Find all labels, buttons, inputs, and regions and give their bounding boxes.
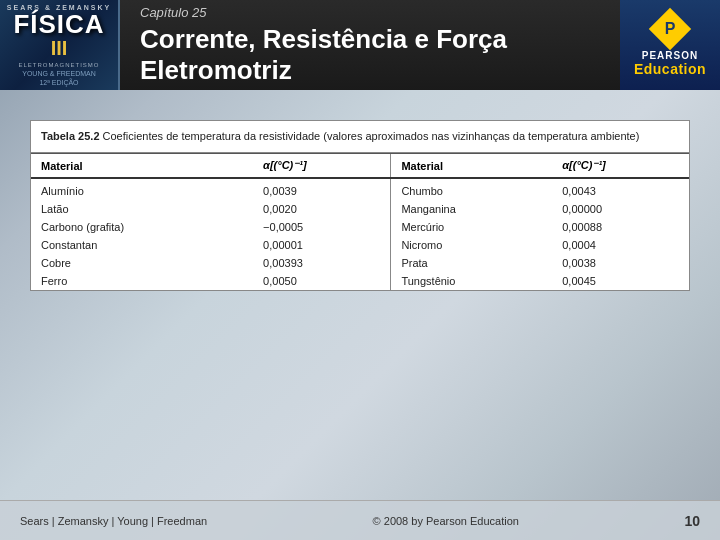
alpha-left: −0,0005 bbox=[253, 218, 391, 236]
alpha-left: 0,0039 bbox=[253, 178, 391, 200]
material-right: Prata bbox=[391, 254, 552, 272]
table-id: Tabela 25.2 bbox=[41, 130, 100, 142]
table-row: Carbono (grafita) −0,0005 Mercúrio 0,000… bbox=[31, 218, 689, 236]
table-row: Constantan 0,00001 Nicromo 0,0004 bbox=[31, 236, 689, 254]
pearson-name: PEARSON bbox=[642, 50, 698, 61]
chapter-label: Capítulo 25 bbox=[140, 5, 610, 20]
logo-authors: YOUNG & FREEDMAN bbox=[22, 70, 96, 77]
alpha-right: 0,0043 bbox=[552, 178, 689, 200]
table-row: Alumínio 0,0039 Chumbo 0,0043 bbox=[31, 178, 689, 200]
footer-copyright: © 2008 by Pearson Education bbox=[373, 515, 519, 527]
material-right: Chumbo bbox=[391, 178, 552, 200]
pearson-diamond-icon bbox=[649, 7, 691, 49]
material-right: Mercúrio bbox=[391, 218, 552, 236]
table-row: Latão 0,0020 Manganina 0,00000 bbox=[31, 200, 689, 218]
material-right: Nicromo bbox=[391, 236, 552, 254]
col-header-alpha-1: α[(°C)⁻¹] bbox=[253, 154, 391, 179]
table-caption-text: Coeficientes de temperatura da resistivi… bbox=[103, 130, 640, 142]
footer: Sears | Zemansky | Young | Freedman © 20… bbox=[0, 500, 720, 540]
data-table-container: Tabela 25.2 Coeficientes de temperatura … bbox=[30, 120, 690, 291]
resistivity-table: Material α[(°C)⁻¹] Material α[(°C)⁻¹] Al… bbox=[31, 153, 689, 290]
header-title-area: Capítulo 25 Corrente, Resistência e Forç… bbox=[130, 0, 610, 90]
table-row: Cobre 0,00393 Prata 0,0038 bbox=[31, 254, 689, 272]
material-right: Tungstênio bbox=[391, 272, 552, 290]
footer-attribution: Sears | Zemansky | Young | Freedman bbox=[20, 515, 207, 527]
col-header-material-1: Material bbox=[31, 154, 253, 179]
table-row: Ferro 0,0050 Tungstênio 0,0045 bbox=[31, 272, 689, 290]
material-left: Constantan bbox=[31, 236, 253, 254]
header-bar: SEARS & ZEMANSKY FÍSICA III ELETROMAGNET… bbox=[0, 0, 720, 90]
pearson-logo: PEARSON Education bbox=[620, 0, 720, 90]
alpha-left: 0,0020 bbox=[253, 200, 391, 218]
main-content: Tabela 25.2 Coeficientes de temperatura … bbox=[0, 90, 720, 500]
logo-sub-text: ELETROMAGNETISMO bbox=[18, 62, 99, 68]
material-left: Cobre bbox=[31, 254, 253, 272]
footer-page-number: 10 bbox=[684, 513, 700, 529]
alpha-right: 0,00000 bbox=[552, 200, 689, 218]
pearson-education-text: Education bbox=[634, 61, 706, 77]
col-header-alpha-2: α[(°C)⁻¹] bbox=[552, 154, 689, 179]
alpha-right: 0,0004 bbox=[552, 236, 689, 254]
material-left: Alumínio bbox=[31, 178, 253, 200]
logo-edition: 12ª EDIÇÃO bbox=[39, 79, 78, 86]
logo-fisica-text: FÍSICA bbox=[13, 11, 104, 37]
alpha-left: 0,0050 bbox=[253, 272, 391, 290]
material-right: Manganina bbox=[391, 200, 552, 218]
alpha-left: 0,00001 bbox=[253, 236, 391, 254]
material-left: Carbono (grafita) bbox=[31, 218, 253, 236]
alpha-left: 0,00393 bbox=[253, 254, 391, 272]
alpha-right: 0,0038 bbox=[552, 254, 689, 272]
table-caption: Tabela 25.2 Coeficientes de temperatura … bbox=[31, 121, 689, 153]
material-left: Ferro bbox=[31, 272, 253, 290]
material-left: Latão bbox=[31, 200, 253, 218]
chapter-title: Corrente, Resistência e Força Eletromotr… bbox=[140, 24, 610, 86]
logo-numeral: III bbox=[51, 37, 68, 60]
col-header-material-2: Material bbox=[391, 154, 552, 179]
alpha-right: 0,0045 bbox=[552, 272, 689, 290]
book-logo: SEARS & ZEMANSKY FÍSICA III ELETROMAGNET… bbox=[0, 0, 120, 90]
alpha-right: 0,00088 bbox=[552, 218, 689, 236]
